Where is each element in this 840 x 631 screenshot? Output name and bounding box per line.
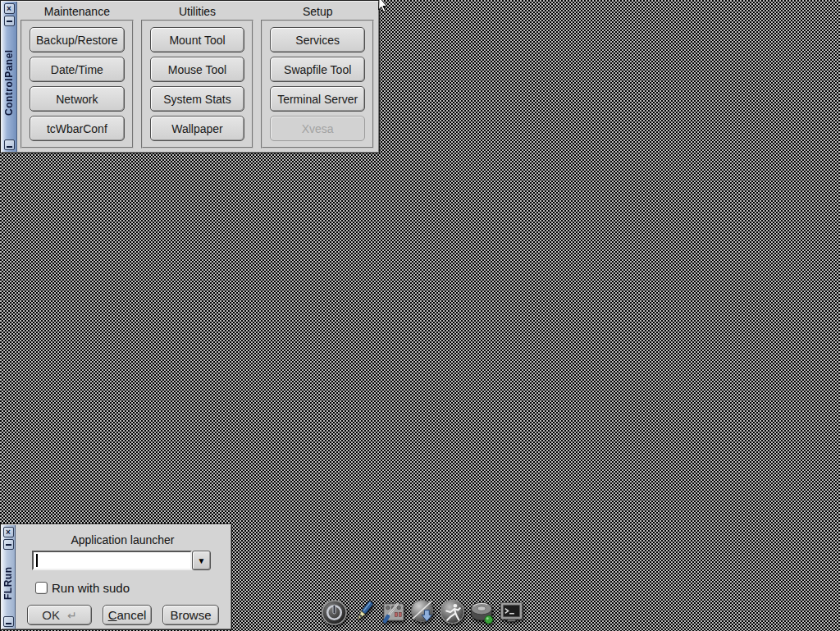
cancel-button[interactable]: Cancel: [103, 605, 152, 625]
backup-restore-button[interactable]: Backup/Restore: [30, 27, 125, 53]
pen-icon[interactable]: [350, 597, 377, 627]
cancel-label: ancel: [116, 608, 146, 622]
shade-bar: [6, 544, 11, 546]
shade-icon[interactable]: [3, 539, 14, 550]
services-button[interactable]: Services: [270, 27, 365, 53]
browse-button[interactable]: Browse: [162, 605, 219, 625]
group-maintenance: Maintenance Backup/Restore Date/Time Net…: [21, 4, 134, 148]
sudo-option-row: Run with sudo: [35, 581, 231, 595]
close-icon[interactable]: ×: [4, 3, 15, 14]
group-frame: Mount Tool Mouse Tool System Stats Wallp…: [141, 20, 254, 149]
shade-icon[interactable]: [4, 16, 15, 26]
terminal-icon[interactable]: [498, 597, 525, 627]
close-icon[interactable]: ×: [3, 527, 14, 537]
window-title: FLRun: [2, 550, 14, 616]
chevron-down-icon[interactable]: ▼: [192, 551, 211, 570]
wbar-dock: [321, 597, 525, 627]
window-title: ControlPanel: [3, 26, 15, 139]
command-input[interactable]: [32, 551, 192, 570]
system-stats-button[interactable]: System Stats: [150, 86, 245, 112]
ok-button[interactable]: OK ↵: [27, 605, 92, 625]
flrun-content: Application launcher ▼ Run with sudo OK …: [15, 525, 231, 629]
swapfile-tool-button[interactable]: Swapfile Tool: [270, 57, 365, 82]
resize-bar: [6, 623, 11, 624]
network-button[interactable]: Network: [30, 86, 125, 112]
xvesa-button-disabled: Xvesa: [270, 116, 365, 141]
power-icon[interactable]: [321, 597, 348, 627]
group-frame: Backup/Restore Date/Time Network tcWbarC…: [21, 20, 134, 149]
flrun-titlebar[interactable]: × FLRun: [2, 525, 16, 629]
group-label: Setup: [261, 4, 374, 20]
command-combobox: ▼: [32, 551, 211, 570]
ok-label: OK: [42, 608, 60, 622]
group-frame: Services Swapfile Tool Terminal Server X…: [261, 20, 374, 149]
terminal-server-button[interactable]: Terminal Server: [270, 86, 365, 112]
control-panel-content: Maintenance Backup/Restore Date/Time Net…: [16, 2, 378, 152]
run-icon[interactable]: [439, 597, 466, 627]
control-panel-window: × ControlPanel Maintenance Backup/Restor…: [0, 0, 380, 153]
flrun-window: × FLRun Application launcher ▼ Run with …: [0, 524, 232, 630]
flrun-buttons-row: OK ↵ Cancel Browse: [27, 605, 231, 625]
wallpaper-button[interactable]: Wallpaper: [150, 116, 245, 141]
mount-tool-button[interactable]: Mount Tool: [150, 27, 245, 53]
desktop: { "glyphs": { "close": "×", "combo_arrow…: [0, 0, 840, 631]
resize-icon[interactable]: [4, 139, 15, 150]
text-caret: [36, 554, 38, 567]
mouse-tool-button[interactable]: Mouse Tool: [150, 57, 245, 82]
resize-icon[interactable]: [3, 616, 14, 627]
apps-download-icon[interactable]: [409, 597, 436, 627]
group-label: Maintenance: [21, 4, 134, 20]
group-label: Utilities: [141, 4, 254, 20]
application-launcher-label: Application launcher: [15, 533, 231, 546]
run-with-sudo-checkbox[interactable]: [35, 582, 48, 594]
control-panel-icon[interactable]: [380, 597, 407, 627]
shade-bar: [7, 21, 12, 22]
date-time-button[interactable]: Date/Time: [30, 57, 125, 82]
resize-bar: [7, 146, 12, 148]
group-utilities: Utilities Mount Tool Mouse Tool System S…: [141, 4, 254, 148]
tcwbarconf-button[interactable]: tcWbarConf: [30, 116, 125, 141]
group-setup: Setup Services Swapfile Tool Terminal Se…: [261, 4, 374, 148]
cancel-label-shortcut: C: [108, 608, 117, 622]
return-icon: ↵: [67, 609, 77, 622]
control-panel-titlebar[interactable]: × ControlPanel: [2, 2, 17, 152]
mount-disk-icon[interactable]: [468, 597, 495, 627]
run-with-sudo-label: Run with sudo: [52, 581, 130, 595]
